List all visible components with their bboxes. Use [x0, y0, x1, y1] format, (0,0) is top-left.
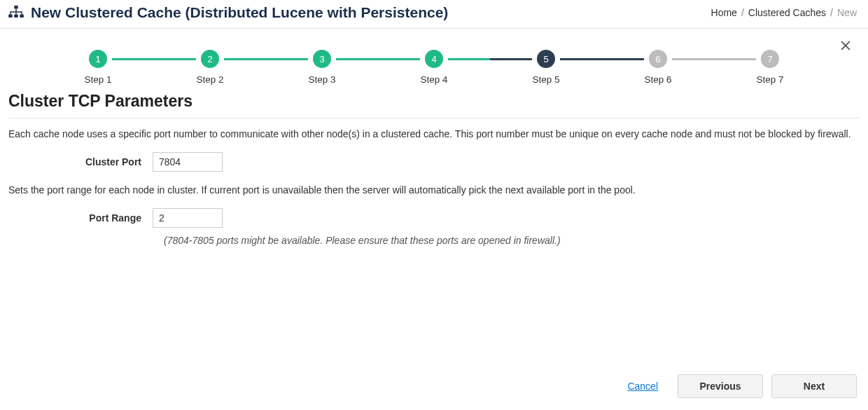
breadcrumb-home[interactable]: Home	[711, 7, 737, 18]
page-title: New Clustered Cache (Distributed Lucene …	[31, 4, 448, 21]
step-circle: 1	[89, 50, 107, 68]
section-divider	[8, 118, 860, 118]
sitemap-icon	[8, 6, 24, 20]
wizard-stepper: 1 Step 1 2 Step 2 3 Step 3 4 Step 4 5 St…	[0, 29, 868, 90]
next-button[interactable]: Next	[771, 374, 857, 398]
step-connector	[672, 58, 756, 60]
cluster-port-label: Cluster Port	[8, 156, 153, 168]
svg-rect-1	[8, 14, 12, 18]
breadcrumb-sep: /	[830, 7, 833, 18]
step-connector	[224, 58, 308, 60]
step-label: Step 6	[644, 74, 671, 85]
step-6[interactable]: 6 Step 6	[644, 50, 672, 85]
step-connector	[112, 58, 196, 60]
step-label: Step 1	[84, 74, 111, 85]
breadcrumb-sep: /	[741, 7, 744, 18]
step-2[interactable]: 2 Step 2	[196, 50, 224, 85]
previous-button[interactable]: Previous	[678, 374, 763, 398]
port-range-hint: (7804-7805 ports might be available. Ple…	[155, 235, 868, 246]
step-circle: 3	[313, 50, 331, 68]
step-label: Step 7	[756, 74, 783, 85]
cancel-link[interactable]: Cancel	[627, 381, 658, 392]
cluster-port-input[interactable]	[153, 152, 223, 172]
step-label: Step 4	[420, 74, 447, 85]
svg-rect-2	[14, 14, 18, 18]
port-range-label: Port Range	[8, 212, 153, 224]
step-circle: 7	[761, 50, 779, 68]
step-circle: 2	[201, 50, 219, 68]
step-label: Step 3	[308, 74, 335, 85]
step-5[interactable]: 5 Step 5	[532, 50, 560, 85]
step-circle: 6	[649, 50, 667, 68]
breadcrumb-new: New	[837, 7, 857, 18]
step-connector	[448, 58, 532, 60]
step-3[interactable]: 3 Step 3	[308, 50, 336, 85]
step-label: Step 2	[196, 74, 223, 85]
breadcrumb-caches[interactable]: Clustered Caches	[748, 7, 826, 18]
close-icon[interactable]	[839, 39, 853, 55]
step-connector	[336, 58, 420, 60]
step-circle: 4	[425, 50, 443, 68]
svg-rect-3	[20, 14, 23, 18]
port-range-input[interactable]	[153, 208, 223, 228]
svg-rect-0	[14, 6, 18, 9]
section-title: Cluster TCP Parameters	[0, 90, 868, 118]
step-connector	[560, 58, 644, 60]
cluster-port-description: Each cache node uses a specific port num…	[0, 128, 868, 149]
breadcrumb: Home / Clustered Caches / New	[711, 7, 857, 18]
step-7[interactable]: 7 Step 7	[756, 50, 784, 85]
step-circle: 5	[537, 50, 555, 68]
step-1[interactable]: 1 Step 1	[84, 50, 112, 85]
step-label: Step 5	[532, 74, 559, 85]
port-range-description: Sets the port range for each node in clu…	[0, 184, 868, 205]
step-4[interactable]: 4 Step 4	[420, 50, 448, 85]
